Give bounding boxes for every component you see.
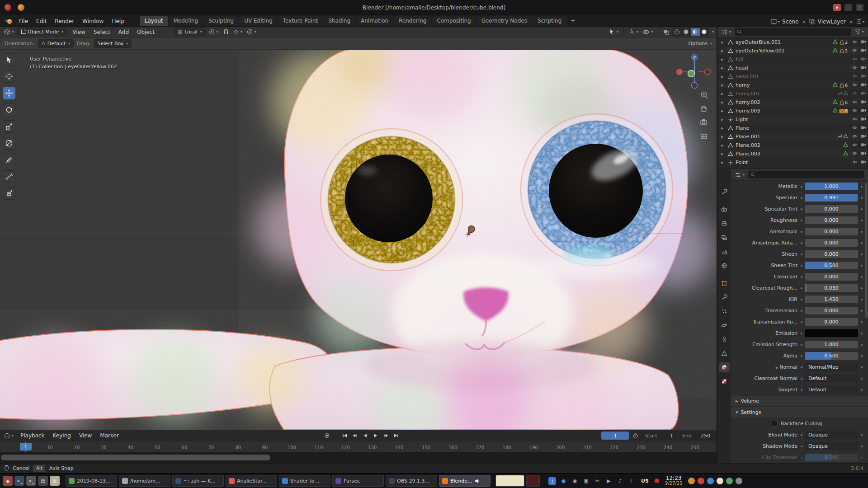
tab-object[interactable] — [719, 278, 730, 288]
tool-measure-button[interactable] — [3, 170, 15, 183]
outliner-row-horny[interactable]: ▶horny6 — [717, 81, 868, 89]
dropdown-tangent[interactable]: Default — [805, 386, 858, 394]
timeline-menu-keying[interactable]: Keying — [49, 432, 75, 440]
expand-icon[interactable]: ▶ — [721, 58, 726, 61]
outliner-row-eyeouterblue-001[interactable]: ▶eyeOuterBlue.0012 — [717, 38, 868, 47]
current-frame-field[interactable]: 1 — [601, 432, 629, 440]
decorator-dot-icon[interactable] — [801, 321, 802, 323]
volume-section-header[interactable]: ▶Volume — [731, 395, 868, 407]
playhead[interactable]: 1 — [20, 443, 32, 450]
hide-in-viewport-icon[interactable] — [852, 74, 858, 80]
field-alpha[interactable]: 0.500 — [805, 352, 858, 360]
tray-extra-icon-4[interactable] — [717, 478, 723, 484]
outliner-row-light[interactable]: ▶Light — [717, 115, 868, 124]
info-icon[interactable]: i — [548, 477, 556, 485]
frame-end-field[interactable]: End250 — [679, 432, 714, 440]
hide-in-viewport-icon[interactable] — [852, 39, 858, 46]
keyframe-dot-icon[interactable] — [861, 355, 863, 357]
menu-edit[interactable]: Edit — [33, 17, 50, 25]
decorator-dot-icon[interactable] — [801, 457, 802, 459]
taskbar-window-2019-08-13[interactable]: 2019-08-13... — [66, 475, 117, 487]
tab-material[interactable] — [719, 362, 730, 372]
decorator-dot-icon[interactable] — [801, 344, 802, 346]
workspace-tab-modeling[interactable]: Modeling — [169, 16, 203, 26]
tray-extra-icon-5[interactable] — [726, 478, 733, 484]
outliner-row-plane-002[interactable]: ▶Plane.002 — [717, 141, 868, 150]
view-layer-selector[interactable]: ViewLayer — [818, 19, 846, 25]
disable-in-render-icon[interactable] — [860, 142, 866, 149]
field-ior[interactable]: 1.450 — [805, 296, 858, 303]
field-metallic[interactable]: 1.000 — [805, 183, 858, 190]
window-close-button[interactable] — [5, 4, 11, 11]
taskbar-window-blende[interactable]: Blende... — [439, 475, 491, 487]
jump-to-start-button[interactable] — [340, 432, 349, 440]
disable-in-render-icon[interactable] — [860, 82, 866, 89]
workspace-tab-rendering[interactable]: Rendering — [394, 16, 431, 26]
toggle-xray-icon[interactable] — [662, 28, 670, 36]
disable-in-render-icon[interactable] — [860, 108, 866, 114]
keyboard-layout-indicator[interactable]: US — [641, 478, 649, 484]
outliner-row-eyeouteryellow-001[interactable]: ▶eyeOuterYellow.0012 — [717, 47, 868, 55]
expand-icon[interactable]: ▶ — [721, 66, 726, 70]
taskbar-window-home-am[interactable]: /home/am... — [119, 475, 170, 487]
tool-rotate-button[interactable] — [3, 103, 15, 116]
expand-icon[interactable]: ▶ — [721, 75, 726, 79]
tab-particles[interactable] — [719, 306, 730, 316]
outliner-row-plane[interactable]: ▶Plane — [717, 124, 868, 132]
screenshot-icon[interactable]: ✂ — [594, 477, 601, 485]
tab-physics[interactable] — [719, 320, 730, 330]
workspace-tab-sculpting[interactable]: Sculpting — [203, 16, 239, 26]
drag-setting-dropdown[interactable]: Select Box▾ — [94, 39, 132, 48]
decorator-dot-icon[interactable] — [801, 333, 802, 334]
decorator-dot-icon[interactable] — [801, 242, 802, 244]
field-emission-strength[interactable]: 1.000 — [805, 341, 858, 348]
tray-extra-icon-6[interactable] — [736, 478, 742, 484]
shading-rendered-icon[interactable] — [700, 28, 709, 36]
new-view-layer-icon[interactable]: ▾ — [856, 19, 864, 24]
pivot-point-selector[interactable]: ▾ — [208, 28, 220, 36]
tray-extra-icon-2[interactable] — [698, 478, 704, 484]
show-overlays-icon[interactable]: ▾ — [642, 28, 654, 36]
field-clearcoat-rough[interactable]: 0.030 — [805, 284, 858, 292]
tab-world[interactable] — [719, 261, 730, 271]
decorator-dot-icon[interactable] — [801, 231, 802, 233]
hide-in-viewport-icon[interactable] — [852, 108, 858, 114]
disable-in-render-icon[interactable] — [860, 151, 866, 157]
tool-transform-button[interactable] — [3, 137, 15, 150]
expand-icon[interactable]: ▶ — [721, 152, 726, 156]
decorator-dot-icon[interactable] — [801, 378, 802, 380]
disable-in-render-icon[interactable] — [860, 65, 866, 71]
workspace-tab-shading[interactable]: Shading — [323, 16, 355, 26]
timeline-menu-playback[interactable]: Playback — [17, 432, 48, 440]
expand-icon[interactable]: ▶ — [721, 118, 726, 122]
shading-solid-icon[interactable] — [682, 28, 691, 36]
keyframe-dot-icon[interactable] — [861, 378, 863, 380]
decorator-dot-icon[interactable] — [801, 253, 802, 255]
media-icon[interactable]: ▶ — [605, 477, 613, 485]
tab-texture[interactable] — [719, 376, 730, 386]
tab-object-data[interactable] — [719, 348, 730, 358]
tool-add-cube-button[interactable] — [3, 187, 15, 200]
hide-in-viewport-icon[interactable] — [852, 142, 858, 149]
snap-toggle-icon[interactable] — [222, 28, 230, 36]
timeline-menu-view[interactable]: View — [75, 432, 95, 440]
disable-in-render-icon[interactable] — [860, 99, 866, 106]
decorator-dot-icon[interactable] — [801, 310, 802, 312]
hide-in-viewport-icon[interactable] — [852, 91, 858, 97]
network-icon[interactable]: ● — [560, 477, 567, 485]
outliner-row-head-001[interactable]: ▶head.001 — [717, 72, 868, 81]
keyframe-dot-icon[interactable] — [861, 220, 863, 221]
window-shade-button[interactable]: ♦ — [833, 4, 841, 11]
frame-start-field[interactable]: Start1 — [642, 432, 677, 440]
dark-swatch-window[interactable] — [526, 475, 540, 487]
editor-type-properties-icon[interactable]: ▾ — [734, 171, 746, 178]
disable-in-render-icon[interactable] — [860, 56, 866, 63]
keyframe-dot-icon[interactable] — [861, 287, 863, 289]
shading-material-icon[interactable] — [691, 28, 700, 36]
keyframe-dot-icon[interactable] — [861, 333, 863, 334]
keyframe-dot-icon[interactable] — [861, 321, 863, 323]
disable-in-render-icon[interactable] — [860, 91, 866, 97]
jump-to-end-button[interactable] — [392, 432, 401, 440]
editor-type-timeline-icon[interactable]: ▾ — [3, 432, 15, 440]
options-button[interactable]: Options▾ — [689, 38, 712, 50]
